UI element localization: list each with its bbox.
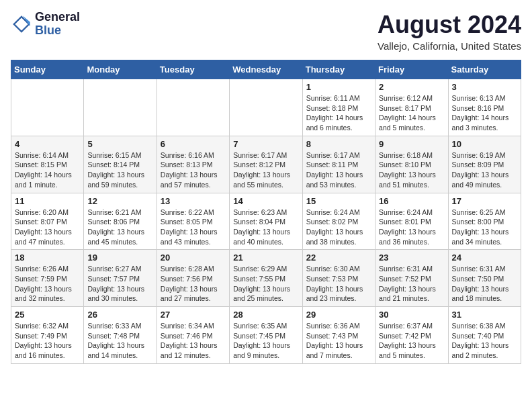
table-row: 14Sunrise: 6:23 AMSunset: 8:04 PMDayligh… (230, 193, 302, 250)
day-info: Sunrise: 6:20 AMSunset: 8:07 PMDaylight:… (15, 208, 80, 247)
day-info: Sunrise: 6:12 AMSunset: 8:17 PMDaylight:… (379, 93, 444, 133)
day-number: 7 (233, 139, 298, 149)
day-info: Sunrise: 6:18 AMSunset: 8:10 PMDaylight:… (379, 150, 444, 190)
logo: General Blue (11, 11, 80, 38)
day-number: 6 (161, 139, 226, 149)
logo-icon (11, 13, 32, 35)
table-row: 26Sunrise: 6:33 AMSunset: 7:48 PMDayligh… (84, 307, 157, 364)
day-info: Sunrise: 6:30 AMSunset: 7:53 PMDaylight:… (306, 264, 371, 304)
day-info: Sunrise: 6:38 AMSunset: 7:40 PMDaylight:… (452, 321, 517, 361)
table-row (157, 79, 229, 136)
table-row: 4Sunrise: 6:14 AMSunset: 8:15 PMDaylight… (11, 136, 84, 193)
table-row: 15Sunrise: 6:24 AMSunset: 8:02 PMDayligh… (302, 193, 375, 250)
table-row: 17Sunrise: 6:25 AMSunset: 8:00 PMDayligh… (448, 193, 521, 250)
day-number: 31 (452, 310, 517, 320)
day-info: Sunrise: 6:22 AMSunset: 8:05 PMDaylight:… (161, 208, 226, 247)
day-number: 16 (379, 196, 444, 206)
day-info: Sunrise: 6:34 AMSunset: 7:46 PMDaylight:… (161, 321, 226, 361)
day-info: Sunrise: 6:17 AMSunset: 8:12 PMDaylight:… (233, 150, 298, 190)
table-row: 23Sunrise: 6:31 AMSunset: 7:52 PMDayligh… (375, 250, 448, 307)
day-number: 14 (233, 196, 298, 206)
table-row: 13Sunrise: 6:22 AMSunset: 8:05 PMDayligh… (157, 193, 229, 250)
table-row: 22Sunrise: 6:30 AMSunset: 7:53 PMDayligh… (302, 250, 375, 307)
page-header: General Blue August 2024 Vallejo, Califo… (11, 11, 521, 52)
table-row: 1Sunrise: 6:11 AMSunset: 8:18 PMDaylight… (302, 79, 375, 136)
table-row: 16Sunrise: 6:24 AMSunset: 8:01 PMDayligh… (375, 193, 448, 250)
day-number: 8 (306, 139, 371, 149)
table-row: 9Sunrise: 6:18 AMSunset: 8:10 PMDaylight… (375, 136, 448, 193)
weekday-header-row: Sunday Monday Tuesday Wednesday Thursday… (11, 60, 521, 79)
day-number: 10 (452, 139, 517, 149)
table-row: 30Sunrise: 6:37 AMSunset: 7:42 PMDayligh… (375, 307, 448, 364)
day-number: 1 (306, 82, 371, 92)
day-number: 12 (87, 196, 152, 206)
day-number: 28 (233, 310, 298, 320)
calendar-row: 25Sunrise: 6:32 AMSunset: 7:49 PMDayligh… (11, 307, 521, 364)
day-number: 15 (306, 196, 371, 206)
table-row: 6Sunrise: 6:16 AMSunset: 8:13 PMDaylight… (157, 136, 229, 193)
day-info: Sunrise: 6:14 AMSunset: 8:15 PMDaylight:… (15, 150, 80, 190)
table-row: 5Sunrise: 6:15 AMSunset: 8:14 PMDaylight… (84, 136, 157, 193)
title-area: August 2024 Vallejo, California, United … (378, 11, 521, 52)
day-info: Sunrise: 6:28 AMSunset: 7:56 PMDaylight:… (161, 264, 226, 304)
header-tuesday: Tuesday (157, 60, 229, 79)
header-monday: Monday (84, 60, 157, 79)
table-row: 28Sunrise: 6:35 AMSunset: 7:45 PMDayligh… (230, 307, 302, 364)
day-number: 13 (161, 196, 226, 206)
table-row: 25Sunrise: 6:32 AMSunset: 7:49 PMDayligh… (11, 307, 84, 364)
table-row: 27Sunrise: 6:34 AMSunset: 7:46 PMDayligh… (157, 307, 229, 364)
day-number: 26 (87, 310, 152, 320)
logo-text: General Blue (35, 11, 80, 38)
calendar-row: 18Sunrise: 6:26 AMSunset: 7:59 PMDayligh… (11, 250, 521, 307)
table-row: 21Sunrise: 6:29 AMSunset: 7:55 PMDayligh… (230, 250, 302, 307)
day-number: 17 (452, 196, 517, 206)
day-number: 3 (452, 82, 517, 92)
table-row: 12Sunrise: 6:21 AMSunset: 8:06 PMDayligh… (84, 193, 157, 250)
day-number: 27 (161, 310, 226, 320)
table-row: 7Sunrise: 6:17 AMSunset: 8:12 PMDaylight… (230, 136, 302, 193)
day-number: 23 (379, 253, 444, 263)
day-number: 24 (452, 253, 517, 263)
table-row: 2Sunrise: 6:12 AMSunset: 8:17 PMDaylight… (375, 79, 448, 136)
day-number: 25 (15, 310, 80, 320)
day-number: 5 (87, 139, 152, 149)
day-number: 19 (87, 253, 152, 263)
day-number: 21 (233, 253, 298, 263)
header-thursday: Thursday (302, 60, 375, 79)
header-wednesday: Wednesday (230, 60, 302, 79)
day-info: Sunrise: 6:27 AMSunset: 7:57 PMDaylight:… (87, 264, 152, 304)
day-info: Sunrise: 6:23 AMSunset: 8:04 PMDaylight:… (233, 208, 298, 247)
table-row: 29Sunrise: 6:36 AMSunset: 7:43 PMDayligh… (302, 307, 375, 364)
table-row (11, 79, 84, 136)
table-row: 24Sunrise: 6:31 AMSunset: 7:50 PMDayligh… (448, 250, 521, 307)
table-row: 3Sunrise: 6:13 AMSunset: 8:16 PMDaylight… (448, 79, 521, 136)
header-saturday: Saturday (448, 60, 521, 79)
table-row: 19Sunrise: 6:27 AMSunset: 7:57 PMDayligh… (84, 250, 157, 307)
month-year-title: August 2024 (378, 11, 521, 39)
day-info: Sunrise: 6:17 AMSunset: 8:11 PMDaylight:… (306, 150, 371, 190)
day-info: Sunrise: 6:13 AMSunset: 8:16 PMDaylight:… (452, 93, 517, 133)
day-info: Sunrise: 6:15 AMSunset: 8:14 PMDaylight:… (87, 150, 152, 190)
day-info: Sunrise: 6:24 AMSunset: 8:01 PMDaylight:… (379, 208, 444, 247)
day-info: Sunrise: 6:16 AMSunset: 8:13 PMDaylight:… (161, 150, 226, 190)
calendar-row: 4Sunrise: 6:14 AMSunset: 8:15 PMDaylight… (11, 136, 521, 193)
calendar-table: Sunday Monday Tuesday Wednesday Thursday… (11, 60, 521, 364)
table-row: 31Sunrise: 6:38 AMSunset: 7:40 PMDayligh… (448, 307, 521, 364)
location-subtitle: Vallejo, California, United States (378, 40, 521, 52)
day-info: Sunrise: 6:32 AMSunset: 7:49 PMDaylight:… (15, 321, 80, 361)
day-info: Sunrise: 6:31 AMSunset: 7:52 PMDaylight:… (379, 264, 444, 304)
day-info: Sunrise: 6:35 AMSunset: 7:45 PMDaylight:… (233, 321, 298, 361)
day-info: Sunrise: 6:19 AMSunset: 8:09 PMDaylight:… (452, 150, 517, 190)
day-number: 20 (161, 253, 226, 263)
header-sunday: Sunday (11, 60, 84, 79)
table-row: 8Sunrise: 6:17 AMSunset: 8:11 PMDaylight… (302, 136, 375, 193)
day-info: Sunrise: 6:37 AMSunset: 7:42 PMDaylight:… (379, 321, 444, 361)
day-number: 2 (379, 82, 444, 92)
table-row: 11Sunrise: 6:20 AMSunset: 8:07 PMDayligh… (11, 193, 84, 250)
day-info: Sunrise: 6:26 AMSunset: 7:59 PMDaylight:… (15, 264, 80, 304)
day-number: 4 (15, 139, 80, 149)
day-number: 22 (306, 253, 371, 263)
table-row: 18Sunrise: 6:26 AMSunset: 7:59 PMDayligh… (11, 250, 84, 307)
day-info: Sunrise: 6:31 AMSunset: 7:50 PMDaylight:… (452, 264, 517, 304)
table-row: 20Sunrise: 6:28 AMSunset: 7:56 PMDayligh… (157, 250, 229, 307)
